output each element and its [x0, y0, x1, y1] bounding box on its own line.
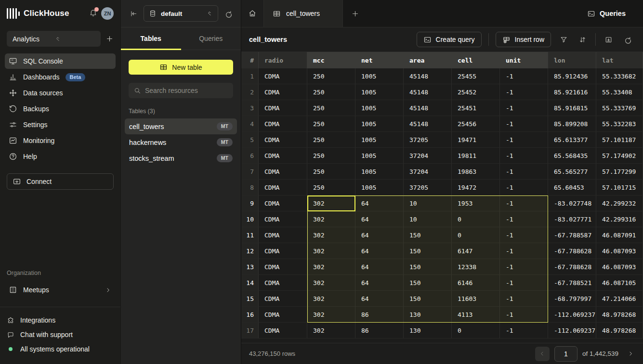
table-cell[interactable]: -1 [500, 100, 548, 116]
table-cell[interactable]: 1005 [355, 148, 404, 164]
table-cell[interactable]: -1 [500, 116, 548, 132]
table-cell[interactable]: 150 [404, 259, 452, 275]
row-number[interactable]: 13 [241, 259, 259, 275]
table-cell[interactable]: 302 [307, 307, 355, 323]
column-header-unit[interactable]: unit [500, 52, 548, 68]
notifications-button[interactable] [89, 9, 97, 18]
table-cell[interactable]: -112.069237 [548, 307, 596, 323]
table-cell[interactable]: 302 [307, 227, 355, 243]
table-cell[interactable]: CDMA [259, 291, 307, 307]
panel-tab-tables[interactable]: Tables [121, 27, 181, 50]
sidebar-item-help[interactable]: Help [5, 149, 116, 164]
table-cell[interactable]: 46.087093 [596, 259, 643, 275]
row-number[interactable]: 4 [241, 116, 259, 132]
table-cell[interactable]: CDMA [259, 227, 307, 243]
column-header-area[interactable]: area [404, 52, 452, 68]
table-cell[interactable]: 150 [404, 243, 452, 259]
table-cell[interactable]: -83.027771 [548, 211, 596, 227]
refresh-table-button[interactable] [621, 34, 633, 46]
table-cell[interactable]: 1005 [355, 100, 404, 116]
table-cell[interactable]: 1953 [452, 195, 500, 211]
table-cell[interactable]: 10 [404, 195, 452, 211]
row-number[interactable]: 5 [241, 132, 259, 148]
table-cell[interactable]: 64 [355, 211, 404, 227]
table-cell[interactable]: -83.027748 [548, 195, 596, 211]
table-cell[interactable]: CDMA [259, 180, 307, 195]
download-button[interactable] [603, 34, 615, 46]
row-number[interactable]: 8 [241, 180, 259, 195]
table-cell[interactable]: 19863 [452, 164, 500, 180]
new-table-button[interactable]: New table [129, 60, 233, 75]
table-cell[interactable]: 150 [404, 227, 452, 243]
table-cell[interactable]: CDMA [259, 307, 307, 323]
table-cell[interactable]: CDMA [259, 84, 307, 100]
table-list-item-stocks_stream[interactable]: stocks_stream MT [125, 150, 237, 166]
table-cell[interactable]: 64 [355, 227, 404, 243]
table-cell[interactable]: 250 [307, 148, 355, 164]
sidebar-item-dashboards[interactable]: DashboardsBeta [5, 69, 116, 85]
table-cell[interactable]: -67.788628 [548, 243, 596, 259]
table-cell[interactable]: 19811 [452, 148, 500, 164]
table-cell[interactable]: 25456 [452, 116, 500, 132]
table-cell[interactable]: 85.912436 [548, 68, 596, 84]
table-cell[interactable]: 85.899208 [548, 116, 596, 132]
database-selector[interactable]: default [144, 5, 218, 22]
table-cell[interactable]: CDMA [259, 164, 307, 180]
row-number[interactable]: 9 [241, 195, 259, 211]
table-cell[interactable]: 0 [452, 227, 500, 243]
table-cell[interactable]: 48.978268 [596, 323, 643, 338]
table-cell[interactable]: CDMA [259, 132, 307, 148]
connect-button[interactable]: Connect [7, 173, 114, 190]
table-cell[interactable]: -1 [500, 180, 548, 195]
table-cell[interactable]: 37205 [404, 132, 452, 148]
table-cell[interactable]: -1 [500, 275, 548, 291]
create-query-button[interactable]: Create query [417, 32, 482, 47]
new-tab-button[interactable] [343, 0, 367, 27]
sidebar-item-all-systems-operational[interactable]: All systems operational [7, 342, 114, 356]
table-cell[interactable]: 64 [355, 243, 404, 259]
refresh-resources-button[interactable] [223, 9, 233, 19]
table-cell[interactable]: 302 [307, 195, 355, 211]
row-number[interactable]: 17 [241, 323, 259, 338]
table-cell[interactable]: 86 [355, 307, 404, 323]
table-cell[interactable]: 55.332283 [596, 116, 643, 132]
table-cell[interactable]: CDMA [259, 211, 307, 227]
table-cell[interactable]: 250 [307, 84, 355, 100]
table-cell[interactable]: 45148 [404, 68, 452, 84]
table-cell[interactable]: 45148 [404, 84, 452, 100]
row-number[interactable]: 14 [241, 275, 259, 291]
table-cell[interactable]: 65.613377 [548, 132, 596, 148]
table-cell[interactable]: 4113 [452, 307, 500, 323]
sidebar-item-integrations[interactable]: Integrations [7, 313, 114, 327]
table-cell[interactable]: 64 [355, 291, 404, 307]
table-cell[interactable]: 64 [355, 259, 404, 275]
table-cell[interactable]: 25455 [452, 68, 500, 84]
column-header-lon[interactable]: lon [548, 52, 596, 68]
table-cell[interactable]: 302 [307, 323, 355, 338]
table-cell[interactable]: 25452 [452, 84, 500, 100]
table-cell[interactable]: CDMA [259, 275, 307, 291]
table-cell[interactable]: CDMA [259, 100, 307, 116]
table-cell[interactable]: 55.33408 [596, 84, 643, 100]
table-cell[interactable]: 1005 [355, 68, 404, 84]
table-cell[interactable]: 64 [355, 195, 404, 211]
table-cell[interactable]: 6147 [452, 243, 500, 259]
table-cell[interactable]: 1005 [355, 84, 404, 100]
table-cell[interactable]: -67.788628 [548, 259, 596, 275]
column-header-lat[interactable]: lat [596, 52, 643, 68]
table-cell[interactable]: 45148 [404, 116, 452, 132]
table-cell[interactable]: 19471 [452, 132, 500, 148]
table-cell[interactable]: 85.916815 [548, 100, 596, 116]
column-header-radio[interactable]: radio [259, 52, 307, 68]
row-number[interactable]: 15 [241, 291, 259, 307]
row-number[interactable]: 11 [241, 227, 259, 243]
table-cell[interactable]: 85.921616 [548, 84, 596, 100]
table-list-item-hackernews[interactable]: hackernews MT [125, 134, 237, 150]
queries-button[interactable]: Queries [581, 0, 643, 27]
previous-page-button[interactable] [535, 347, 550, 361]
table-cell[interactable]: 64 [355, 275, 404, 291]
table-cell[interactable]: 37205 [404, 180, 452, 195]
table-list-item-cell_towers[interactable]: cell_towers MT [125, 118, 237, 134]
table-cell[interactable]: -1 [500, 307, 548, 323]
table-cell[interactable]: 302 [307, 243, 355, 259]
